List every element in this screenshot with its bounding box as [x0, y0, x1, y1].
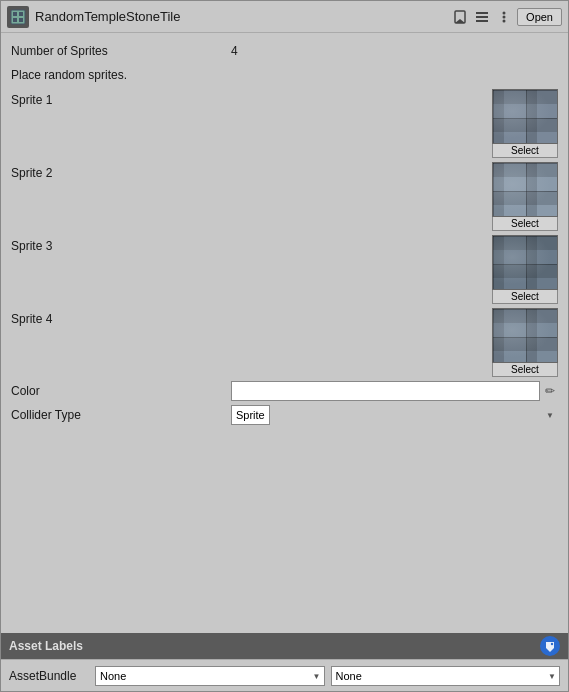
number-of-sprites-label: Number of Sprites: [11, 44, 231, 58]
sprite3-preview: [492, 235, 558, 290]
sprite3-preview-container: Select: [492, 235, 558, 304]
sprite4-row: Sprite 4 Select: [11, 308, 558, 377]
sprite1-select-button[interactable]: Select: [492, 144, 558, 158]
svg-rect-4: [19, 18, 23, 22]
title-bar-right: Open: [451, 8, 562, 26]
window-icon: [7, 6, 29, 28]
sprite1-preview: [492, 89, 558, 144]
sprite4-preview-container: Select: [492, 308, 558, 377]
sprite1-label: Sprite 1: [11, 89, 231, 107]
inspector-window: RandomTempleStoneTile: [0, 0, 569, 692]
sprite3-select-button[interactable]: Select: [492, 290, 558, 304]
title-bar-left: RandomTempleStoneTile: [7, 6, 180, 28]
sprite2-texture: [493, 163, 557, 216]
overflow-icon-btn[interactable]: [495, 8, 513, 26]
title-bar: RandomTempleStoneTile: [1, 1, 568, 33]
svg-point-11: [503, 19, 506, 22]
open-button[interactable]: Open: [517, 8, 562, 26]
color-row: Color ✏: [11, 381, 558, 401]
number-of-sprites-value: 4: [231, 44, 558, 58]
sprite3-label: Sprite 3: [11, 235, 231, 253]
svg-point-9: [503, 11, 506, 14]
color-swatch[interactable]: [234, 382, 537, 400]
asset-bundle-select-wrapper-2: None: [331, 666, 561, 686]
sprite2-preview-container: Select: [492, 162, 558, 231]
collider-type-label: Collider Type: [11, 408, 231, 422]
svg-rect-7: [476, 16, 488, 18]
svg-rect-1: [13, 12, 17, 16]
place-random-row: Place random sprites.: [11, 65, 558, 85]
bottom-section: Asset Labels AssetBundle None None: [1, 633, 568, 691]
sprite4-texture: [493, 309, 557, 362]
sprite4-label: Sprite 4: [11, 308, 231, 326]
collider-type-select-wrapper: Sprite: [231, 405, 558, 425]
color-label: Color: [11, 384, 231, 398]
asset-bundle-select-1[interactable]: None: [95, 666, 325, 686]
svg-point-12: [551, 643, 553, 645]
place-random-label: Place random sprites.: [11, 68, 231, 82]
svg-rect-3: [13, 18, 17, 22]
svg-point-10: [503, 15, 506, 18]
asset-labels-icon: [540, 636, 560, 656]
sprite1-row: Sprite 1 Select: [11, 89, 558, 158]
asset-bundle-row: AssetBundle None None: [1, 659, 568, 691]
sprite4-select-button[interactable]: Select: [492, 363, 558, 377]
sprite3-texture: [493, 236, 557, 289]
asset-bundle-select-wrapper-1: None: [95, 666, 325, 686]
sprite2-row: Sprite 2 Select: [11, 162, 558, 231]
collider-type-row: Collider Type Sprite: [11, 405, 558, 425]
layout-icon-btn[interactable]: [473, 8, 491, 26]
sprite2-select-button[interactable]: Select: [492, 217, 558, 231]
sprite4-preview: [492, 308, 558, 363]
sprite2-label: Sprite 2: [11, 162, 231, 180]
sprite2-preview: [492, 162, 558, 217]
bookmark-icon-btn[interactable]: [451, 8, 469, 26]
svg-rect-8: [476, 20, 488, 22]
sprite1-texture: [493, 90, 557, 143]
color-input-wrapper[interactable]: [231, 381, 540, 401]
number-of-sprites-row: Number of Sprites 4: [11, 41, 558, 61]
asset-bundle-label: AssetBundle: [9, 669, 89, 683]
asset-bundle-select-2[interactable]: None: [331, 666, 561, 686]
asset-labels-bar: Asset Labels: [1, 633, 568, 659]
svg-rect-6: [476, 12, 488, 14]
asset-labels-title: Asset Labels: [9, 639, 83, 653]
inspector-content: Number of Sprites 4 Place random sprites…: [1, 33, 568, 437]
sprite1-preview-container: Select: [492, 89, 558, 158]
collider-type-select[interactable]: Sprite: [231, 405, 270, 425]
eyedropper-icon[interactable]: ✏: [542, 383, 558, 399]
svg-rect-2: [19, 12, 23, 16]
window-title: RandomTempleStoneTile: [35, 9, 180, 24]
sprite3-row: Sprite 3 Select: [11, 235, 558, 304]
